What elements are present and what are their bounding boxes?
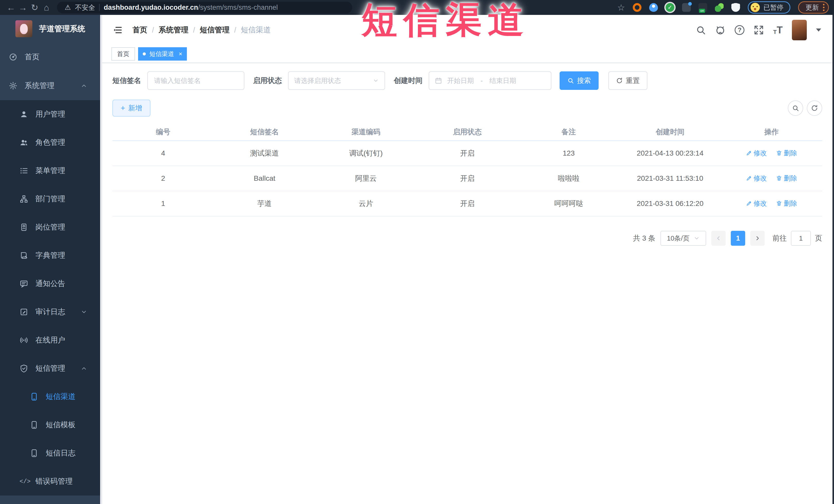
start-date-placeholder: 开始日期 xyxy=(447,76,474,85)
breadcrumb-separator: / xyxy=(152,26,154,35)
toggle-search-button[interactable] xyxy=(788,101,803,116)
delete-link[interactable]: 删除 xyxy=(776,149,797,158)
extension-sprout-icon[interactable] xyxy=(715,3,724,12)
sidebar-item-audit-log[interactable]: 审计日志 xyxy=(0,298,100,326)
filter-form: 短信签名 启用状态 请选择启用状态 创建时间 开始日期 - 结束日期 xyxy=(112,71,822,90)
sidebar-item-infrastructure[interactable]: 基础设施 xyxy=(0,496,100,504)
sidebar-item-sms[interactable]: 短信管理 xyxy=(0,354,100,382)
goto-unit-label: 页 xyxy=(815,234,822,243)
cell-actions: 修改 删除 xyxy=(721,191,822,216)
col-code: 渠道编码 xyxy=(315,123,417,141)
paused-badge[interactable]: 已暂停 xyxy=(748,1,790,14)
sidebar-item-label: 短信模板 xyxy=(46,420,75,430)
sidebar-item-sms-channel[interactable]: 短信渠道 xyxy=(0,382,100,411)
sidebar-item-users[interactable]: 用户管理 xyxy=(0,100,100,128)
topbar-actions: ? TT xyxy=(696,20,825,40)
audit-log-icon xyxy=(20,308,28,316)
tab-home[interactable]: 首页 xyxy=(111,47,135,61)
next-page-button[interactable] xyxy=(750,231,765,246)
help-icon[interactable]: ? xyxy=(735,25,744,35)
sidebar-item-error-codes[interactable]: </> 错误码管理 xyxy=(0,467,100,496)
sign-input[interactable] xyxy=(147,71,244,90)
pagination: 共 3 条 10条/页 1 前往 页 xyxy=(112,231,822,246)
status-select[interactable]: 请选择启用状态 xyxy=(288,71,385,90)
calendar-icon xyxy=(435,77,442,84)
reset-button-label: 重置 xyxy=(626,76,640,85)
sidebar-item-roles[interactable]: 角色管理 xyxy=(0,128,100,157)
breadcrumb-home[interactable]: 首页 xyxy=(132,25,147,35)
dictionary-icon xyxy=(20,251,28,260)
sidebar-item-menus[interactable]: 菜单管理 xyxy=(0,157,100,185)
sidebar-item-posts[interactable]: 岗位管理 xyxy=(0,213,100,241)
extension-window-icon[interactable] xyxy=(682,3,691,12)
reset-button[interactable]: 重置 xyxy=(608,71,648,90)
col-created: 创建时间 xyxy=(619,123,721,141)
tab-sms-channel[interactable]: 短信渠道 × xyxy=(138,47,187,61)
update-button[interactable]: 更新 xyxy=(798,1,829,14)
edit-link[interactable]: 修改 xyxy=(746,149,767,158)
online-users-icon xyxy=(20,336,28,345)
sidebar-item-announcements[interactable]: 通知公告 xyxy=(0,269,100,298)
edit-icon xyxy=(746,150,752,156)
extension-on-badge-icon[interactable] xyxy=(699,3,707,12)
delete-link[interactable]: 删除 xyxy=(776,174,797,183)
content: 短信签名 启用状态 请选择启用状态 创建时间 开始日期 - 结束日期 xyxy=(102,63,832,504)
cell-actions: 修改 删除 xyxy=(721,166,822,191)
hamburger-icon[interactable] xyxy=(112,25,123,35)
kebab-menu-icon[interactable] xyxy=(823,4,825,11)
sidebar-item-online-users[interactable]: 在线用户 xyxy=(0,326,100,354)
avatar[interactable] xyxy=(792,20,807,40)
date-range-picker[interactable]: 开始日期 - 结束日期 xyxy=(429,71,551,90)
refresh-table-button[interactable] xyxy=(807,101,822,116)
edit-link[interactable]: 修改 xyxy=(746,199,767,208)
fullscreen-icon[interactable] xyxy=(754,25,764,35)
sidebar-item-system[interactable]: 系统管理 xyxy=(0,71,100,100)
browser-reload-icon[interactable]: ↻ xyxy=(29,2,41,13)
sidebar-item-sms-template[interactable]: 短信模板 xyxy=(0,411,100,439)
sidebar-logo[interactable]: 芋道管理系统 xyxy=(0,15,100,43)
page-number-current[interactable]: 1 xyxy=(731,231,745,246)
browser-home-icon[interactable]: ⌂ xyxy=(41,3,52,13)
font-size-icon[interactable]: TT xyxy=(773,25,783,35)
sidebar-scrollbar[interactable] xyxy=(100,15,102,504)
close-icon[interactable]: × xyxy=(179,50,182,58)
extension-orange-ring-icon[interactable] xyxy=(633,3,641,12)
breadcrumb-sms[interactable]: 短信管理 xyxy=(200,25,229,35)
sidebar-item-label: 短信管理 xyxy=(36,363,65,374)
extension-check-icon[interactable]: ✓ xyxy=(665,3,674,12)
table-row: 2 Ballcat 阿里云 开启 啦啦啦 2021-03-31 11:53:10… xyxy=(112,166,822,191)
sidebar-item-departments[interactable]: 部门管理 xyxy=(0,185,100,213)
sidebar-item-dictionary[interactable]: 字典管理 xyxy=(0,241,100,269)
sidebar-item-sms-log[interactable]: 短信日志 xyxy=(0,439,100,467)
github-icon[interactable] xyxy=(715,25,725,35)
add-button[interactable]: + 新增 xyxy=(112,100,150,116)
table-row: 1 芋道 云片 开启 呵呵呵哒 2021-03-31 06:12:20 修改 删… xyxy=(112,191,822,216)
prev-page-button[interactable] xyxy=(711,231,726,246)
cell-status: 开启 xyxy=(417,141,518,166)
shield-icon xyxy=(20,364,28,373)
search-icon[interactable] xyxy=(696,25,706,35)
cell-remark: 123 xyxy=(518,141,619,166)
extension-paw-icon[interactable] xyxy=(731,3,740,12)
delete-link[interactable]: 删除 xyxy=(776,199,797,208)
goto-page-input[interactable] xyxy=(791,231,811,246)
breadcrumb-system[interactable]: 系统管理 xyxy=(159,25,189,35)
page-size-select[interactable]: 10条/页 xyxy=(660,231,706,246)
browser-back-icon[interactable]: ← xyxy=(5,3,17,13)
status-label: 启用状态 xyxy=(253,76,282,86)
breadcrumb-separator: / xyxy=(193,26,195,35)
bookmark-star-icon[interactable]: ☆ xyxy=(617,2,625,13)
extension-pin-icon[interactable] xyxy=(649,3,658,12)
chevron-down-icon[interactable] xyxy=(816,28,821,31)
sidebar-item-home[interactable]: 首页 xyxy=(0,43,100,71)
address-bar[interactable]: ⚠ 不安全 dashboard.yudao.iocoder.cn/system/… xyxy=(57,2,352,13)
browser-forward-icon[interactable]: → xyxy=(17,3,29,13)
phone-icon xyxy=(30,392,39,401)
edit-icon xyxy=(746,200,752,206)
col-actions: 操作 xyxy=(721,123,822,141)
tab-label: 短信渠道 xyxy=(149,50,174,58)
cell-id: 2 xyxy=(112,166,214,191)
goto-label: 前往 xyxy=(772,234,787,243)
search-button[interactable]: 搜索 xyxy=(559,71,599,90)
edit-link[interactable]: 修改 xyxy=(746,174,767,183)
